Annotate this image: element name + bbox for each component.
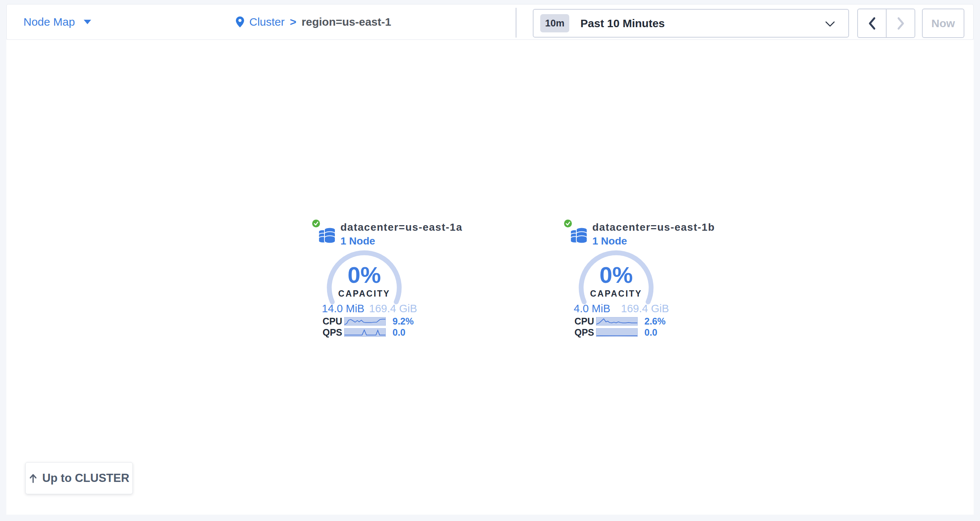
capacity-used: 4.0 MiB	[574, 303, 610, 315]
time-range-label: Past 10 Minutes	[581, 17, 665, 30]
capacity-percent: 0%	[577, 263, 655, 287]
capacity-used: 14.0 MiB	[322, 303, 364, 315]
time-range-badge: 10m	[540, 14, 569, 32]
header-bar: Node Map Cluster > region=us-east-1 10m …	[6, 4, 974, 40]
view-mode-selector[interactable]: Node Map	[24, 5, 91, 40]
locality-card-us-east-1b[interactable]: datacenter=us-east-1b 1 Node 0% CAPACITY…	[566, 218, 697, 343]
capacity-total: 169.4 GiB	[369, 303, 417, 315]
node-map-canvas	[6, 40, 974, 515]
capacity-caption: CAPACITY	[325, 289, 403, 299]
time-prev-button[interactable]	[858, 9, 886, 37]
qps-label: QPS	[574, 327, 596, 338]
time-range-dropdown[interactable]: 10m Past 10 Minutes	[533, 9, 849, 38]
qps-value: 0.0	[644, 327, 657, 338]
cpu-value: 9.2%	[393, 316, 414, 327]
capacity-arc	[325, 249, 403, 327]
healthy-check-icon	[311, 218, 321, 228]
cpu-sparkline	[596, 317, 638, 326]
breadcrumb-separator: >	[290, 16, 296, 28]
cpu-value: 2.6%	[644, 316, 666, 327]
cpu-sparkline	[344, 317, 386, 326]
caret-down-icon	[84, 20, 91, 24]
chevron-left-icon	[868, 17, 876, 30]
capacity-gauge: 0% CAPACITY	[325, 249, 403, 327]
chevron-down-icon	[825, 21, 835, 27]
up-to-cluster-button[interactable]: Up to CLUSTER	[25, 462, 133, 494]
qps-sparkline	[596, 328, 638, 337]
cpu-label: CPU	[574, 316, 596, 327]
time-next-button[interactable]	[886, 9, 915, 37]
database-stack-icon	[318, 227, 336, 244]
view-mode-label: Node Map	[24, 16, 75, 28]
chevron-right-icon	[897, 17, 905, 30]
time-pager	[857, 8, 915, 38]
header-divider	[515, 8, 516, 38]
locality-title: datacenter=us-east-1b	[592, 221, 715, 233]
arrow-up-icon	[29, 473, 38, 483]
now-button[interactable]: Now	[922, 8, 964, 38]
healthy-check-icon	[563, 218, 573, 228]
breadcrumb-current: region=us-east-1	[302, 16, 391, 28]
up-to-cluster-label: Up to CLUSTER	[42, 472, 129, 485]
capacity-total: 169.4 GiB	[621, 303, 669, 315]
locality-node-count: 1 Node	[340, 235, 463, 247]
capacity-caption: CAPACITY	[577, 289, 655, 299]
capacity-arc	[577, 249, 655, 327]
qps-value: 0.0	[393, 327, 406, 338]
breadcrumb-cluster-link[interactable]: Cluster	[249, 16, 285, 28]
capacity-gauge: 0% CAPACITY	[577, 249, 655, 327]
qps-label: QPS	[323, 327, 344, 338]
locality-card-us-east-1a[interactable]: datacenter=us-east-1a 1 Node 0% CAPACITY…	[314, 218, 445, 343]
capacity-percent: 0%	[325, 263, 403, 287]
map-pin-icon	[236, 16, 244, 27]
locality-title: datacenter=us-east-1a	[340, 221, 463, 233]
locality-node-count: 1 Node	[592, 235, 715, 247]
qps-sparkline	[344, 328, 386, 337]
cpu-label: CPU	[323, 316, 344, 327]
breadcrumb: Cluster > region=us-east-1	[236, 5, 391, 40]
database-stack-icon	[570, 227, 587, 244]
